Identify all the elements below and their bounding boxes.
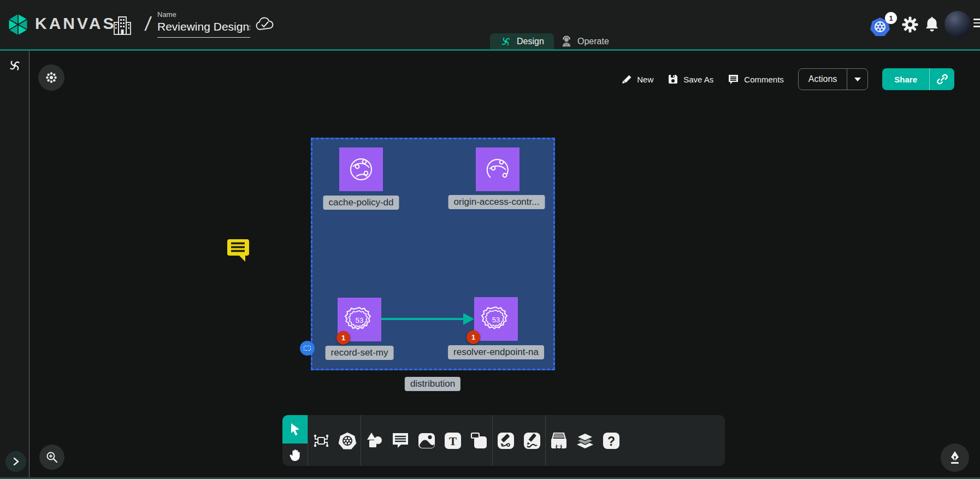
pen-path-icon [497, 431, 515, 450]
kanvas-app: KANVAS / Name [0, 0, 980, 479]
comments-icon [728, 74, 739, 85]
node-label-origin-access[interactable]: origin-access-contr... [448, 195, 545, 209]
group-label-distribution[interactable]: distribution [405, 377, 461, 391]
svg-text:?: ? [607, 434, 615, 448]
new-button[interactable]: New [621, 74, 653, 85]
toolbar-divider [492, 415, 493, 466]
menu-icon[interactable] [973, 19, 980, 27]
user-avatar[interactable] [944, 11, 971, 37]
text-tool-button[interactable]: T [441, 415, 465, 466]
kubernetes-tool-button[interactable] [335, 415, 359, 466]
share-button[interactable]: Share [882, 68, 929, 90]
resolver-count-badge[interactable]: 1 [467, 330, 480, 344]
chevron-right-icon [12, 458, 20, 465]
comments-button[interactable]: Comments [728, 74, 784, 85]
toolbar-divider [361, 415, 361, 466]
zoom-button[interactable] [39, 445, 64, 470]
archive-tool-button[interactable] [547, 415, 571, 466]
toolbar-divider [308, 415, 308, 466]
new-button-label: New [637, 75, 653, 84]
hand-icon [289, 448, 301, 462]
select-tool-button[interactable] [282, 415, 308, 443]
node-cache-policy[interactable] [339, 147, 383, 191]
comments-button-label: Comments [744, 75, 784, 84]
cloudfront-network-icon [483, 155, 512, 184]
tab-operate-label: Operate [577, 37, 609, 46]
link-icon [936, 73, 948, 85]
pencil-draw-icon [523, 431, 541, 450]
brand-title: KANVAS [35, 14, 116, 33]
bell-icon [924, 16, 940, 33]
tab-operate[interactable]: Operate [551, 33, 619, 49]
tab-design[interactable]: Design [490, 33, 554, 49]
help-tool-button[interactable]: ? [599, 415, 623, 466]
edge-record-to-resolver[interactable] [381, 311, 475, 327]
actions-button[interactable]: Actions [799, 69, 847, 90]
save-as-button[interactable]: Save As [668, 74, 713, 85]
comment-bubble-icon [225, 236, 251, 262]
chevron-down-icon [854, 78, 861, 81]
design-name-input[interactable] [157, 19, 250, 38]
shapes-icon [365, 431, 383, 450]
kanvas-logo-icon[interactable] [7, 13, 29, 38]
tab-design-label: Design [517, 37, 544, 46]
organization-icon[interactable] [112, 14, 133, 39]
svg-text:53: 53 [492, 316, 500, 324]
note-tool-button[interactable] [467, 415, 491, 466]
route53-shield-icon: 53 [344, 304, 375, 335]
node-resolver-endpoint[interactable]: 53 [474, 297, 518, 341]
record-set-count-badge[interactable]: 1 [336, 331, 350, 345]
question-mark-icon: ? [602, 431, 621, 450]
node-label-record-set[interactable]: record-set-my [326, 346, 394, 360]
notifications-button[interactable] [924, 16, 940, 33]
design-name-field: Name [157, 10, 250, 38]
layers-tool-button[interactable] [573, 415, 597, 466]
route53-shield-icon: 53 [481, 304, 511, 334]
pencil-draw-tool-button[interactable] [520, 415, 544, 466]
dashed-rect-icon [304, 346, 311, 351]
canvas-cluster-button[interactable] [38, 64, 64, 91]
flower-node-icon [45, 72, 57, 84]
media-tool-button[interactable] [415, 415, 439, 466]
component-circuit-icon [312, 431, 330, 450]
pointer-tools [282, 415, 308, 466]
floppy-save-icon [668, 74, 678, 85]
pen-path-tool-button[interactable] [494, 415, 518, 466]
group-selection-handle[interactable] [300, 341, 315, 356]
hand-tool-button[interactable] [282, 443, 308, 466]
expand-sidebar-button[interactable] [5, 451, 26, 472]
settings-button[interactable] [901, 16, 919, 33]
image-icon [417, 432, 436, 450]
meshery-spiral-icon[interactable] [8, 58, 22, 75]
comment-tool-icon [391, 432, 410, 450]
name-field-label: Name [157, 10, 250, 19]
cursor-arrow-icon [289, 423, 301, 436]
operate-tab-person-icon [560, 36, 572, 48]
share-split-button: Share [882, 68, 954, 90]
cloud-save-status-icon [255, 16, 275, 35]
pencil-new-icon [621, 74, 632, 85]
copy-link-button[interactable] [929, 68, 954, 90]
comment-marker[interactable] [225, 236, 251, 264]
left-sidebar-rail [0, 51, 29, 479]
canvas-tool-palette: T [282, 415, 725, 466]
header-accent-line [0, 49, 980, 51]
node-label-resolver-endpoint[interactable]: resolver-endpoint-na [448, 345, 544, 359]
shapes-tool-button[interactable] [362, 415, 386, 466]
node-label-cache-policy[interactable]: cache-policy-dd [323, 196, 399, 210]
comment-tool-button[interactable] [388, 415, 412, 466]
design-tab-spiral-icon [500, 36, 512, 48]
component-tool-button[interactable] [309, 415, 333, 466]
layers-icon [575, 431, 595, 450]
kubernetes-wheel-icon [338, 431, 357, 451]
kubernetes-count-badge: 1 [885, 12, 897, 24]
header-bar: KANVAS / Name [0, 0, 980, 49]
pen-mode-button[interactable] [941, 443, 969, 472]
zoom-in-icon [46, 451, 58, 463]
actions-split-button: Actions [798, 68, 868, 90]
design-toolbar: New Save As Comments Acti [621, 68, 954, 91]
svg-text:T: T [449, 435, 457, 448]
actions-dropdown-toggle[interactable] [847, 69, 867, 90]
node-origin-access[interactable] [476, 147, 519, 191]
svg-text:53: 53 [356, 316, 363, 324]
